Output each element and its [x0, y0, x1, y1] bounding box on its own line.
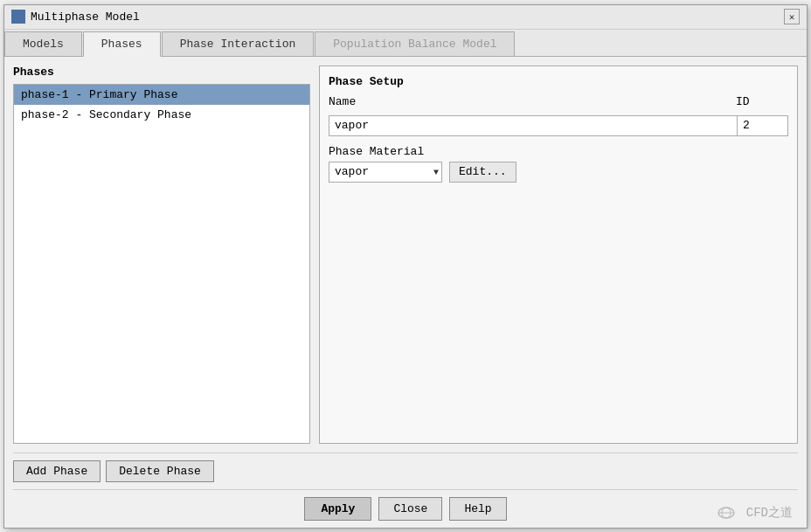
bottom-buttons-left: Add Phase Delete Phase: [4, 453, 807, 489]
window-title: Multiphase Model: [31, 10, 140, 24]
name-id-inputs-row: [329, 115, 788, 136]
logo-icon: [717, 506, 735, 520]
multiphase-model-window: Multiphase Model ✕ Models Phases Phase I…: [3, 4, 808, 529]
phases-list: phase-1 - Primary Phase phase-2 - Second…: [13, 84, 310, 444]
tabs-bar: Models Phases Phase Interaction Populati…: [4, 30, 807, 57]
model-icon: [11, 10, 25, 24]
delete-phase-button[interactable]: Delete Phase: [106, 460, 214, 482]
phase-setup-title: Phase Setup: [329, 75, 788, 88]
material-select[interactable]: vapor water air: [329, 162, 442, 183]
bottom-bar: Apply Close Help CFD之道: [4, 490, 807, 528]
tab-population-balance[interactable]: Population Balance Model: [315, 31, 515, 56]
list-item[interactable]: phase-2 - Secondary Phase: [14, 105, 309, 125]
tab-models[interactable]: Models: [4, 31, 82, 56]
material-label: Phase Material: [329, 145, 788, 158]
edit-material-button[interactable]: Edit...: [449, 162, 516, 183]
help-button[interactable]: Help: [449, 497, 506, 521]
right-panel: Phase Setup Name ID Phase Material va: [319, 66, 798, 444]
id-input[interactable]: [738, 115, 788, 136]
id-header-label: ID: [736, 95, 788, 108]
title-bar-left: Multiphase Model: [11, 10, 140, 24]
tab-phases[interactable]: Phases: [83, 31, 161, 57]
name-input[interactable]: [329, 115, 738, 136]
watermark-text: CFD之道: [746, 506, 793, 520]
name-id-header-row: Name ID: [329, 95, 788, 108]
tab-phase-interaction[interactable]: Phase Interaction: [162, 31, 315, 56]
phases-label: Phases: [13, 66, 310, 79]
phase-setup-box: Phase Setup Name ID Phase Material va: [319, 66, 798, 444]
left-panel: Phases phase-1 - Primary Phase phase-2 -…: [13, 66, 310, 444]
close-window-button[interactable]: ✕: [784, 9, 800, 24]
add-phase-button[interactable]: Add Phase: [13, 460, 101, 482]
watermark: CFD之道: [717, 505, 793, 521]
material-select-wrapper: vapor water air ▼: [329, 162, 442, 183]
title-bar: Multiphase Model ✕: [4, 5, 807, 30]
content-area: Phases phase-1 - Primary Phase phase-2 -…: [4, 57, 807, 453]
list-item[interactable]: phase-1 - Primary Phase: [14, 85, 309, 105]
apply-button[interactable]: Apply: [304, 497, 371, 521]
name-header-label: Name: [329, 95, 736, 108]
material-row: vapor water air ▼ Edit...: [329, 162, 788, 183]
close-button[interactable]: Close: [378, 497, 442, 521]
